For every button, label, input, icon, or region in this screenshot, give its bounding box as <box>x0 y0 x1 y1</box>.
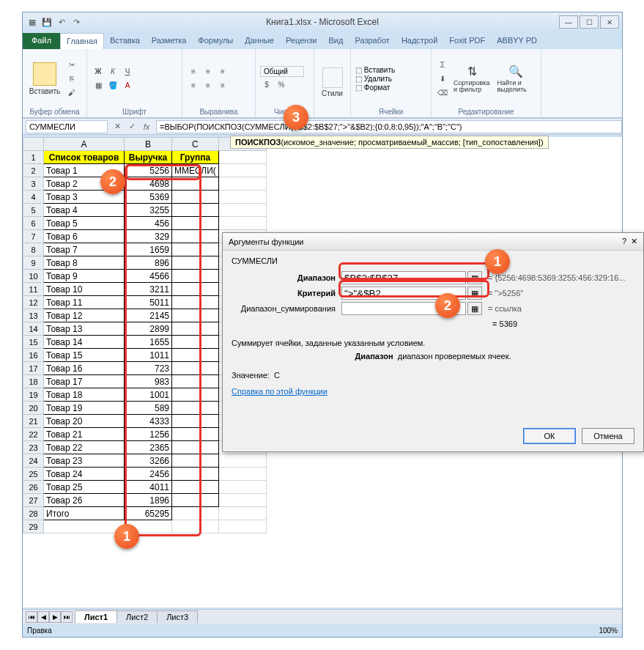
cell[interactable]: Товар 6 <box>44 230 125 243</box>
cell[interactable] <box>172 362 219 375</box>
cell[interactable]: Товар 24 <box>44 468 125 481</box>
cell[interactable] <box>172 296 219 309</box>
tab-review[interactable]: Рецензи <box>280 33 323 49</box>
cell[interactable] <box>172 402 219 415</box>
range-picker-icon[interactable]: ▦ <box>467 302 482 315</box>
cell[interactable]: Товар 19 <box>44 402 125 415</box>
dialog-help-link[interactable]: Справка по этой функции <box>232 387 327 396</box>
cell[interactable]: Товар 20 <box>44 415 125 428</box>
range-picker-icon[interactable]: ▦ <box>467 271 482 284</box>
row-header[interactable]: 22 <box>23 428 44 441</box>
cell[interactable]: 5011 <box>125 296 172 309</box>
cell[interactable]: Выручка <box>125 151 172 164</box>
cell[interactable] <box>172 322 219 336</box>
cell[interactable] <box>172 230 219 243</box>
styles-button[interactable]: Стили <box>319 66 346 99</box>
col-header-b[interactable]: B <box>125 138 172 151</box>
cell[interactable] <box>172 177 219 191</box>
col-header-a[interactable]: A <box>44 138 125 151</box>
border-icon[interactable]: ▦ <box>92 79 105 92</box>
cell[interactable] <box>218 191 266 204</box>
cell[interactable]: Итого <box>44 507 125 520</box>
align-mid-icon[interactable]: ≡ <box>201 65 215 78</box>
fill-icon[interactable]: ⬇ <box>436 72 449 85</box>
cell[interactable]: 456 <box>125 217 172 230</box>
cell[interactable] <box>172 309 219 322</box>
tab-layout[interactable]: Разметка <box>146 33 193 49</box>
currency-icon[interactable]: $ <box>260 78 273 91</box>
cell[interactable]: Товар 14 <box>44 336 125 349</box>
row-header[interactable]: 14 <box>23 322 44 336</box>
cell[interactable]: 3211 <box>125 283 172 296</box>
maximize-button[interactable]: ☐ <box>580 15 599 29</box>
cell[interactable] <box>218 520 266 533</box>
copy-icon[interactable]: ⎘ <box>65 72 78 85</box>
cell[interactable]: Товар 7 <box>44 243 125 256</box>
cell[interactable]: Товар 11 <box>44 296 125 309</box>
cell[interactable] <box>44 520 125 533</box>
row-header[interactable]: 15 <box>23 336 44 349</box>
cell[interactable]: Товар 26 <box>44 494 125 507</box>
cell[interactable]: 4011 <box>125 481 172 494</box>
fx-icon[interactable]: fx <box>140 120 153 133</box>
undo-icon[interactable]: ↶ <box>55 15 68 29</box>
tab-view[interactable]: Вид <box>323 33 349 49</box>
cells-delete-button[interactable]: ⬚ Удалить <box>355 75 395 83</box>
cell[interactable]: Список товаров <box>44 151 125 164</box>
row-header[interactable]: 20 <box>23 402 44 415</box>
cell[interactable] <box>172 270 219 283</box>
redo-icon[interactable]: ↷ <box>70 15 83 29</box>
clear-icon[interactable]: ⌫ <box>436 86 449 99</box>
cell[interactable]: 2365 <box>125 441 172 454</box>
cell[interactable] <box>218 177 266 191</box>
cell[interactable] <box>218 494 266 507</box>
ok-button[interactable]: ОК <box>523 428 576 444</box>
cell[interactable] <box>218 164 266 177</box>
cancel-formula-icon[interactable]: ✕ <box>111 120 124 133</box>
cell[interactable]: 5369 <box>125 191 172 204</box>
cell[interactable]: 983 <box>125 375 172 388</box>
cell[interactable]: 5256 <box>125 164 172 177</box>
cell[interactable]: Товар 8 <box>44 256 125 270</box>
arg-range-input[interactable] <box>341 271 466 284</box>
row-header[interactable]: 2 <box>23 164 44 177</box>
tab-insert[interactable]: Вставка <box>104 33 146 49</box>
cell[interactable]: Товар 25 <box>44 481 125 494</box>
row-header[interactable]: 9 <box>23 256 44 270</box>
row-header[interactable]: 26 <box>23 481 44 494</box>
cell[interactable] <box>172 494 219 507</box>
sheet-nav-next-icon[interactable]: ▶ <box>49 611 61 623</box>
enter-formula-icon[interactable]: ✓ <box>125 120 138 133</box>
cell[interactable]: 1659 <box>125 243 172 256</box>
cell[interactable]: ММЕСЛИ( <box>172 164 219 177</box>
cancel-button[interactable]: Отмена <box>582 428 634 444</box>
cell[interactable]: Товар 17 <box>44 375 125 388</box>
range-picker-icon[interactable]: ▦ <box>467 287 482 300</box>
row-header[interactable]: 24 <box>23 454 44 468</box>
row-header[interactable]: 21 <box>23 415 44 428</box>
cell[interactable]: 2145 <box>125 309 172 322</box>
sheet-tab-1[interactable]: Лист1 <box>75 610 117 623</box>
cell[interactable] <box>172 336 219 349</box>
row-header[interactable]: 16 <box>23 349 44 362</box>
align-right-icon[interactable]: ≡ <box>216 79 229 92</box>
zoom-level[interactable]: 100% <box>599 627 618 635</box>
save-icon[interactable]: 💾 <box>40 15 53 29</box>
cell[interactable] <box>172 415 219 428</box>
percent-icon[interactable]: % <box>275 78 288 91</box>
row-header[interactable]: 11 <box>23 283 44 296</box>
cell[interactable] <box>172 520 219 533</box>
autosum-icon[interactable]: Σ <box>436 58 449 71</box>
formula-bar[interactable]: =ВЫБОР(ПОИСКПОЗ(СУММЕСЛИ($B$2:$B$27;">"&… <box>156 120 622 133</box>
number-format-select[interactable]: Общий <box>260 66 304 77</box>
dialog-close-icon[interactable]: ✕ <box>631 237 637 246</box>
cells-format-button[interactable]: ⬚ Формат <box>355 84 395 92</box>
tab-developer[interactable]: Разработ <box>349 33 395 49</box>
cell[interactable]: Товар 9 <box>44 270 125 283</box>
cell[interactable] <box>172 507 219 520</box>
row-header[interactable]: 10 <box>23 270 44 283</box>
cell[interactable] <box>172 204 219 217</box>
tab-formulas[interactable]: Формулы <box>192 33 239 49</box>
find-select-button[interactable]: 🔍Найти и выделить <box>496 63 537 95</box>
name-box[interactable]: СУММЕСЛИ <box>26 120 108 133</box>
